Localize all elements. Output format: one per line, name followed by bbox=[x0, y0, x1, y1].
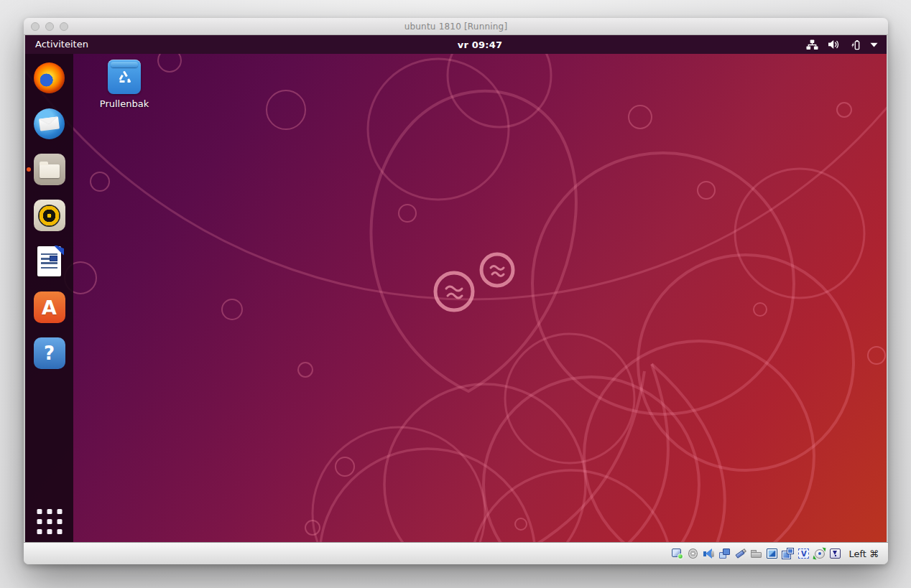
close-button[interactable] bbox=[31, 22, 40, 31]
optical-drives-icon[interactable] bbox=[687, 548, 699, 559]
window-title: ubuntu 1810 [Running] bbox=[404, 22, 508, 32]
dock: A ? bbox=[25, 54, 73, 542]
traffic-lights bbox=[31, 22, 68, 31]
cuttlefish-artwork bbox=[25, 54, 887, 542]
desktop: A ? Prullenbak bbox=[25, 54, 887, 542]
trash-desktop-icon[interactable]: Prullenbak bbox=[99, 60, 149, 109]
recycle-icon bbox=[116, 69, 133, 85]
running-indicator-dot bbox=[27, 167, 31, 172]
hard-disks-icon[interactable] bbox=[671, 548, 683, 559]
keyboard-capture-icon[interactable] bbox=[829, 548, 841, 559]
dock-item-thunderbird[interactable] bbox=[33, 107, 66, 140]
usb-icon[interactable] bbox=[734, 548, 746, 559]
wallpaper bbox=[25, 54, 887, 542]
vbox-statusbar: V Left ⌘ bbox=[24, 542, 888, 564]
audio-icon[interactable] bbox=[703, 548, 715, 559]
firefox-icon bbox=[34, 62, 65, 93]
dock-item-rhythmbox[interactable] bbox=[33, 199, 66, 232]
trash-lid bbox=[111, 62, 138, 67]
display-icon[interactable] bbox=[766, 548, 778, 559]
files-icon bbox=[34, 154, 65, 185]
network-wired-icon[interactable] bbox=[806, 39, 818, 50]
rhythmbox-icon bbox=[34, 200, 65, 231]
dock-item-help[interactable]: ? bbox=[33, 337, 66, 370]
minimize-button[interactable] bbox=[45, 22, 54, 31]
system-indicators[interactable] bbox=[806, 35, 878, 54]
shared-folders-icon[interactable] bbox=[750, 548, 762, 559]
host-key-label: Left ⌘ bbox=[848, 549, 879, 559]
show-applications-button[interactable] bbox=[37, 509, 62, 534]
vm-screen: Activiteiten vr 09:47 bbox=[24, 35, 888, 542]
network-adapter-icon[interactable] bbox=[718, 548, 731, 559]
zoom-button[interactable] bbox=[60, 22, 68, 31]
mouse-integration-icon[interactable] bbox=[813, 548, 826, 559]
dock-item-firefox[interactable] bbox=[33, 61, 66, 94]
battery-charging-icon[interactable] bbox=[849, 39, 861, 50]
clock[interactable]: vr 09:47 bbox=[458, 39, 502, 50]
window-titlebar: ubuntu 1810 [Running] bbox=[24, 18, 888, 35]
ubuntu-software-icon: A bbox=[34, 291, 65, 323]
dock-item-ubuntu-software[interactable]: A bbox=[33, 291, 66, 324]
virtualbox-window: ubuntu 1810 [Running] Activiteiten vr 09… bbox=[24, 18, 888, 564]
recording-icon[interactable] bbox=[782, 548, 794, 559]
trash-icon bbox=[108, 60, 141, 94]
volume-icon[interactable] bbox=[828, 39, 840, 50]
gnome-topbar: Activiteiten vr 09:47 bbox=[25, 35, 887, 54]
activities-button[interactable]: Activiteiten bbox=[25, 35, 98, 54]
dock-item-libreoffice-writer[interactable] bbox=[33, 245, 66, 278]
virtualization-features-icon[interactable]: V bbox=[797, 548, 810, 559]
help-icon: ? bbox=[34, 337, 65, 369]
chevron-down-icon[interactable] bbox=[870, 42, 878, 47]
trash-label: Prullenbak bbox=[99, 98, 149, 109]
thunderbird-icon bbox=[34, 108, 65, 139]
dock-item-files[interactable] bbox=[33, 153, 66, 186]
libreoffice-writer-icon bbox=[37, 246, 61, 276]
